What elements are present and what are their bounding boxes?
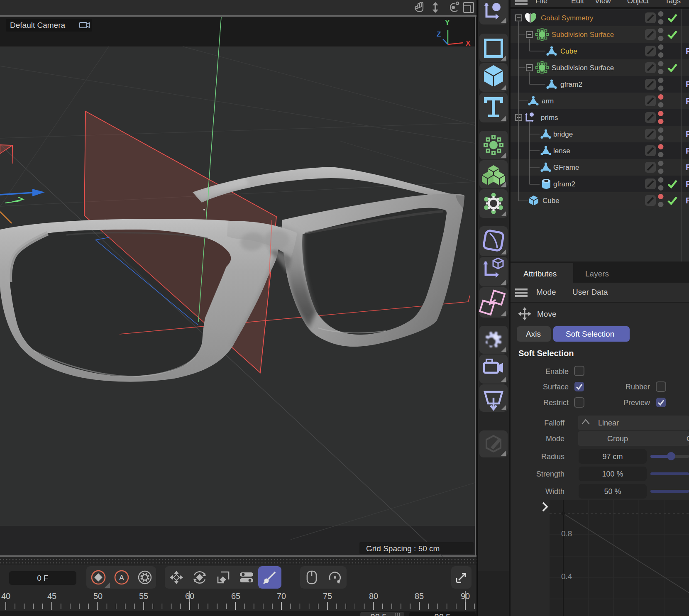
svg-text:Linear: Linear [598, 419, 619, 427]
svg-text:X: X [466, 39, 471, 47]
svg-text:Y: Y [445, 19, 450, 27]
svg-text:97 cm: 97 cm [602, 452, 623, 461]
svg-text:Subdivision Surface: Subdivision Surface [552, 31, 614, 39]
svg-text:A: A [119, 574, 124, 582]
svg-text:Strength: Strength [536, 470, 564, 478]
svg-text:Grid Spacing : 50 cm: Grid Spacing : 50 cm [366, 544, 440, 553]
svg-text:50 %: 50 % [604, 487, 621, 496]
svg-text:Preview: Preview [623, 398, 650, 407]
svg-text:90.5: 90.5 [435, 612, 451, 616]
svg-text:P: P [686, 96, 689, 105]
svg-text:Object: Object [627, 0, 649, 5]
svg-text:Group: Group [607, 435, 628, 443]
svg-text:100 %: 100 % [602, 470, 623, 478]
svg-text:Layers: Layers [585, 269, 609, 278]
svg-text:Gobal Symmetry: Gobal Symmetry [541, 14, 594, 22]
svg-text:Cube: Cube [560, 47, 577, 55]
svg-text:P: P [686, 130, 689, 139]
svg-text:Cube: Cube [542, 197, 560, 205]
svg-text:Width: Width [545, 487, 564, 496]
svg-text:75: 75 [323, 592, 332, 601]
svg-text:Mode: Mode [536, 288, 556, 296]
svg-text:prims: prims [541, 114, 558, 122]
svg-text:Tags: Tags [665, 0, 681, 5]
svg-text:P: P [686, 80, 689, 89]
svg-text:P: P [686, 196, 689, 205]
svg-text:gfram2: gfram2 [560, 81, 582, 88]
svg-text:40: 40 [1, 592, 10, 601]
svg-text:P: P [686, 179, 689, 188]
svg-text:90.5: 90.5 [371, 612, 387, 616]
svg-text:P: P [686, 163, 689, 172]
svg-text:User Data: User Data [572, 288, 608, 296]
svg-text:gfram2: gfram2 [553, 180, 575, 188]
svg-text:File: File [535, 0, 547, 5]
svg-text:0 F: 0 F [37, 574, 48, 582]
svg-text:Surface: Surface [543, 383, 569, 391]
svg-text:View: View [595, 0, 611, 5]
svg-text:Mode: Mode [546, 435, 564, 443]
svg-text:50: 50 [93, 592, 103, 601]
svg-text:Falloff: Falloff [544, 419, 565, 427]
svg-text:lense: lense [553, 147, 570, 155]
svg-text:0.4: 0.4 [561, 572, 572, 581]
svg-text:Soft Selection: Soft Selection [518, 349, 574, 358]
svg-text:Default Camera: Default Camera [10, 21, 65, 29]
svg-text:70: 70 [277, 592, 286, 601]
svg-text:80: 80 [369, 592, 378, 601]
svg-text:Radius: Radius [541, 452, 564, 461]
svg-text:65: 65 [231, 592, 240, 601]
svg-text:Subdivision Surface: Subdivision Surface [552, 64, 614, 72]
svg-text:Soft Selection: Soft Selection [566, 330, 614, 338]
svg-text:55: 55 [139, 592, 148, 601]
svg-text:45: 45 [47, 592, 56, 601]
svg-text:Attributes: Attributes [523, 269, 557, 278]
svg-text:Axis: Axis [526, 330, 541, 338]
svg-text:0.8: 0.8 [561, 529, 572, 538]
svg-text:P: P [686, 46, 689, 56]
svg-text:Restrict: Restrict [543, 398, 569, 407]
svg-text:C: C [687, 435, 689, 443]
svg-text:Rubber: Rubber [625, 383, 650, 391]
svg-text:Z: Z [437, 30, 441, 38]
svg-text:arm: arm [542, 97, 554, 105]
svg-text:P: P [686, 146, 689, 155]
svg-text:GFrame: GFrame [553, 164, 579, 171]
svg-text:Enable: Enable [545, 367, 569, 376]
svg-text:Edit: Edit [571, 0, 584, 5]
svg-text:bridge: bridge [553, 130, 573, 138]
svg-text:85: 85 [415, 592, 424, 601]
svg-text:Move: Move [537, 310, 556, 318]
